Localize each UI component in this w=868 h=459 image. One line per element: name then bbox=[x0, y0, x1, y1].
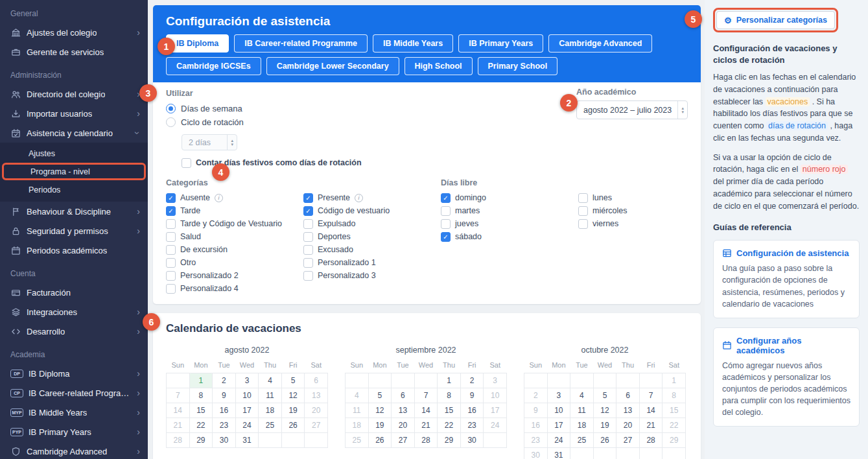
calendar-day[interactable]: 24 bbox=[484, 418, 507, 433]
calendar-day[interactable]: 25 bbox=[570, 433, 594, 448]
tab-ib-middle-years[interactable]: IB Middle Years bbox=[373, 34, 453, 53]
stepper-icon[interactable]: ▴▾ bbox=[227, 135, 237, 150]
checkbox-box[interactable] bbox=[578, 193, 588, 203]
calendar-day[interactable]: 5 bbox=[368, 388, 392, 403]
tab-ib-diploma[interactable]: IB Diploma bbox=[166, 34, 229, 53]
checkbox-martes[interactable]: martes bbox=[441, 204, 578, 217]
calendar-day[interactable]: 17 bbox=[235, 403, 259, 418]
calendar-day[interactable]: 16 bbox=[460, 403, 484, 418]
calendar-day[interactable]: 29 bbox=[438, 433, 461, 448]
sidebar-item-ajustes-del-colegio[interactable]: Ajustes del colegio› bbox=[0, 23, 148, 42]
checkbox-personalizado-3[interactable]: Personalizado 3 bbox=[303, 269, 441, 282]
calendar-day[interactable]: 7 bbox=[639, 388, 663, 403]
calendar-day[interactable]: 24 bbox=[547, 433, 570, 448]
tab-cambridge-advanced[interactable]: Cambridge Advanced bbox=[548, 34, 652, 53]
calendar-day[interactable]: 9 bbox=[524, 403, 548, 418]
calendar-day[interactable]: 23 bbox=[213, 418, 236, 433]
checkbox-box[interactable]: ✓ bbox=[441, 232, 451, 242]
calendar-day[interactable]: 4 bbox=[346, 388, 369, 403]
sidebar-item-ib-diploma[interactable]: DPIB Diploma› bbox=[0, 364, 148, 383]
calendar-day[interactable]: 30 bbox=[213, 433, 236, 448]
calendar-day[interactable]: 16 bbox=[524, 418, 548, 433]
calendar-day[interactable]: 19 bbox=[368, 418, 392, 433]
calendar-day[interactable]: 4 bbox=[570, 388, 594, 403]
calendar-day[interactable]: 14 bbox=[414, 403, 438, 418]
calendar-day[interactable]: 10 bbox=[235, 388, 259, 403]
calendar-day[interactable]: 10 bbox=[547, 403, 570, 418]
calendar-day[interactable]: 3 bbox=[547, 388, 570, 403]
calendar-day[interactable]: 8 bbox=[663, 388, 686, 403]
checkbox-box[interactable] bbox=[166, 258, 176, 268]
sidebar-subitem-ajustes[interactable]: Ajustes bbox=[0, 145, 148, 162]
checkbox-box[interactable] bbox=[166, 245, 176, 255]
calendar-day[interactable]: 28 bbox=[167, 433, 190, 448]
calendar-day[interactable]: 27 bbox=[305, 418, 328, 433]
checkbox-domingo[interactable]: ✓domingo bbox=[441, 191, 578, 204]
tab-ib-career-related-programme[interactable]: IB Career-related Programme bbox=[234, 34, 368, 53]
sidebar-subitem-periodos[interactable]: Periodos bbox=[0, 181, 148, 198]
checkbox-box[interactable] bbox=[303, 258, 313, 268]
radio-button[interactable] bbox=[166, 104, 176, 113]
calendar-day[interactable]: 2 bbox=[524, 388, 548, 403]
calendar-day[interactable]: 14 bbox=[167, 403, 190, 418]
calendar-day[interactable]: 13 bbox=[305, 388, 328, 403]
calendar-day[interactable]: 13 bbox=[392, 403, 415, 418]
calendar-day[interactable]: 2 bbox=[460, 373, 484, 388]
checkbox-lunes[interactable]: lunes bbox=[578, 191, 701, 204]
calendar-day[interactable]: 13 bbox=[616, 403, 640, 418]
checkbox-tarde-y-codigo-de-vestuario[interactable]: Tarde y Código de Vestuario bbox=[166, 217, 303, 230]
checkbox-box[interactable] bbox=[166, 232, 176, 242]
calendar-day[interactable]: 18 bbox=[346, 418, 369, 433]
calendar-day[interactable]: 28 bbox=[414, 433, 438, 448]
info-icon[interactable]: i bbox=[355, 194, 363, 202]
sidebar-item-ib-career-related-programme[interactable]: CPIB Career-related Programme› bbox=[0, 383, 148, 403]
sidebar-item-desarrollo[interactable]: Desarrollo› bbox=[0, 322, 148, 341]
calendar-day[interactable]: 30 bbox=[460, 433, 484, 448]
calendar-day[interactable]: 19 bbox=[281, 403, 305, 418]
sidebar-subitem-programa-nivel[interactable]: Programa - nivel bbox=[2, 163, 146, 180]
calendar-day[interactable]: 25 bbox=[346, 433, 369, 448]
checkbox-box[interactable] bbox=[303, 219, 313, 229]
calendar-day[interactable]: 16 bbox=[213, 403, 236, 418]
calendar-day[interactable]: 7 bbox=[414, 388, 438, 403]
checkbox-otro[interactable]: Otro bbox=[166, 256, 303, 269]
calendar-day[interactable]: 31 bbox=[235, 433, 259, 448]
calendar-day[interactable]: 26 bbox=[281, 418, 305, 433]
calendar-day[interactable]: 25 bbox=[259, 418, 282, 433]
calendar-day[interactable]: 11 bbox=[259, 388, 282, 403]
calendar-day[interactable]: 11 bbox=[570, 403, 594, 418]
calendar-day[interactable]: 4 bbox=[259, 373, 282, 388]
checkbox-box[interactable] bbox=[166, 271, 176, 281]
tab-primary-school[interactable]: Primary School bbox=[478, 57, 558, 75]
calendar-day[interactable]: 31 bbox=[547, 448, 570, 459]
calendar-day[interactable]: 12 bbox=[281, 388, 305, 403]
checkbox-jueves[interactable]: jueves bbox=[441, 217, 578, 230]
calendar-day[interactable]: 15 bbox=[189, 403, 213, 418]
calendar-day[interactable]: 11 bbox=[346, 403, 369, 418]
radio-button[interactable] bbox=[166, 117, 176, 127]
checkbox-box[interactable] bbox=[303, 271, 313, 281]
calendar-day[interactable]: 22 bbox=[663, 418, 686, 433]
stepper-icon[interactable]: ▴▾ bbox=[677, 101, 687, 119]
calendar-day[interactable]: 18 bbox=[259, 403, 282, 418]
guide-link[interactable]: Configuración de asistencia bbox=[722, 248, 850, 258]
calendar-day[interactable]: 22 bbox=[438, 418, 461, 433]
checkbox-deportes[interactable]: Deportes bbox=[303, 230, 441, 243]
calendar-day[interactable]: 5 bbox=[281, 373, 305, 388]
checkbox-viernes[interactable]: viernes bbox=[578, 217, 701, 230]
calendar-day[interactable]: 8 bbox=[189, 388, 213, 403]
calendar-day[interactable]: 6 bbox=[305, 373, 328, 388]
checkbox-miercoles[interactable]: miércoles bbox=[578, 204, 701, 217]
calendar-day[interactable]: 20 bbox=[305, 403, 328, 418]
calendar-day[interactable]: 6 bbox=[616, 388, 640, 403]
calendar-day[interactable]: 20 bbox=[392, 418, 415, 433]
checkbox-codigo-de-vestuario[interactable]: ✓Código de vestuario bbox=[303, 204, 441, 217]
tab-high-school[interactable]: High School bbox=[405, 57, 473, 75]
calendar-day[interactable]: 1 bbox=[438, 373, 461, 388]
tab-cambridge-igcses[interactable]: Cambridge IGCSEs bbox=[166, 57, 261, 75]
calendar-day[interactable]: 12 bbox=[593, 403, 616, 418]
sidebar-item-facturacion[interactable]: Facturación bbox=[0, 283, 148, 302]
calendar-day[interactable]: 10 bbox=[484, 388, 507, 403]
sidebar-item-ib-primary-years[interactable]: PYPIB Primary Years› bbox=[0, 422, 148, 441]
tab-cambridge-lower-secondary[interactable]: Cambridge Lower Secondary bbox=[266, 57, 399, 75]
